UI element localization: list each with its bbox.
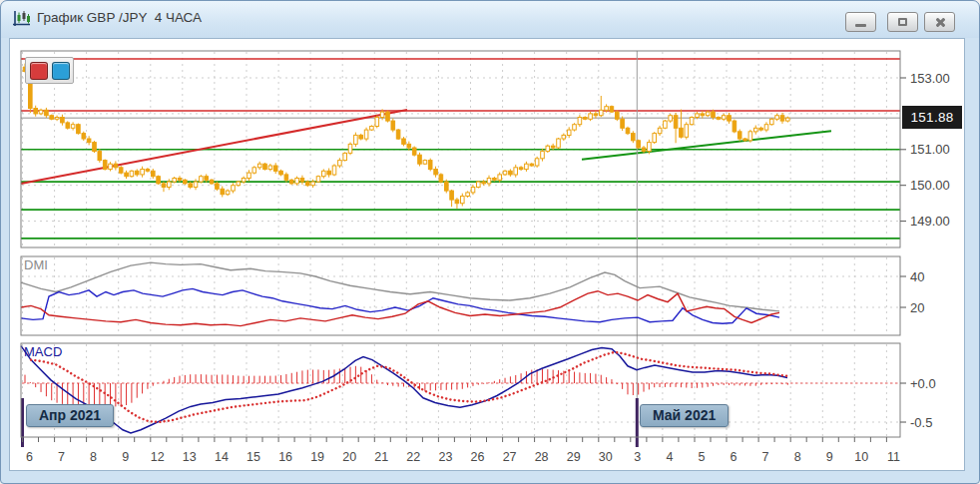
candle-body xyxy=(386,112,390,121)
x-axis-label: 19 xyxy=(310,450,324,464)
x-axis-label: 12 xyxy=(151,450,165,464)
candle-body xyxy=(706,112,710,116)
macd-axis-label: -0.5 xyxy=(910,415,932,430)
candle-body xyxy=(743,139,747,141)
candle-body xyxy=(589,114,593,119)
candle-body xyxy=(551,146,555,148)
x-axis-label: 15 xyxy=(246,450,260,464)
candle-body xyxy=(119,168,123,173)
candle-body xyxy=(141,170,145,175)
candle-body xyxy=(61,118,65,123)
candle-body xyxy=(786,118,790,121)
sell-marker-button[interactable] xyxy=(30,62,48,80)
candle-body xyxy=(380,112,384,117)
candle-body xyxy=(279,171,283,175)
candle-body xyxy=(402,139,406,144)
candle-body xyxy=(45,110,49,115)
candle-body xyxy=(573,125,577,130)
x-axis-label: 21 xyxy=(374,450,388,464)
candle-body xyxy=(648,143,652,152)
x-axis-label: 14 xyxy=(215,450,229,464)
x-axis-label: 7 xyxy=(762,450,769,464)
candle-body xyxy=(759,128,763,130)
x-axis-label: 8 xyxy=(794,450,801,464)
candle-body xyxy=(375,118,379,127)
candle-body xyxy=(157,177,161,184)
x-axis-label: 28 xyxy=(535,450,549,464)
candle-body xyxy=(530,164,534,166)
dmi-line xyxy=(21,288,779,323)
candle-body xyxy=(632,134,636,141)
candle-body xyxy=(300,179,304,183)
marker-toolbar xyxy=(25,57,74,84)
x-axis-label: 6 xyxy=(731,450,737,464)
candle-body xyxy=(343,153,347,160)
candle-body xyxy=(103,161,107,170)
candle-body xyxy=(562,135,566,139)
candle-body xyxy=(306,182,310,186)
candle-body xyxy=(428,161,432,170)
candle-body xyxy=(289,180,293,184)
candle-body xyxy=(210,180,214,184)
candle-body xyxy=(66,123,70,128)
candle-body xyxy=(268,166,272,170)
candle-body xyxy=(359,135,363,139)
candle-body xyxy=(55,118,59,120)
candle-body xyxy=(263,164,267,169)
candle-body xyxy=(114,164,118,168)
candle-body xyxy=(712,112,716,117)
candle-body xyxy=(605,107,609,111)
candle-body xyxy=(232,186,236,191)
dmi-panel-label: DMI xyxy=(24,257,48,272)
candle-body xyxy=(754,128,758,132)
candle-body xyxy=(637,141,641,148)
candle-body xyxy=(205,177,209,181)
candle-body xyxy=(252,168,256,173)
candle-body xyxy=(332,166,336,175)
candle-body xyxy=(316,177,320,182)
x-axis-label: 9 xyxy=(122,450,129,464)
candle-body xyxy=(87,139,91,143)
candle-body xyxy=(455,200,459,204)
trendline[interactable] xyxy=(582,131,831,160)
candle-body xyxy=(184,180,188,184)
candle-body xyxy=(514,168,518,175)
candle-body xyxy=(493,179,497,181)
candle-body xyxy=(247,173,251,178)
candle-body xyxy=(664,121,668,128)
candle-body xyxy=(733,121,736,132)
macd-panel-label: MACD xyxy=(24,344,62,359)
price-axis-label: 150.00 xyxy=(910,178,950,193)
candle-body xyxy=(257,164,261,168)
chart-canvas[interactable]: 153.00151.00150.00149.004020+0.0-0.56789… xyxy=(1,1,980,484)
candle-body xyxy=(146,170,150,172)
candle-body xyxy=(461,197,465,204)
candle-body xyxy=(658,128,662,133)
x-axis-label: 8 xyxy=(90,450,97,464)
x-axis-label: 3 xyxy=(634,450,641,464)
x-axis-label: 11 xyxy=(887,450,900,464)
candle-body xyxy=(669,116,673,121)
candle-body xyxy=(770,119,774,124)
candle-body xyxy=(509,171,513,175)
candle-body xyxy=(98,152,102,161)
x-axis-label: 7 xyxy=(58,450,65,464)
candle-body xyxy=(535,159,539,166)
candle-body xyxy=(557,139,561,148)
current-price-badge: 151.88 xyxy=(902,106,962,129)
candle-body xyxy=(737,132,741,139)
x-axis-label: 10 xyxy=(854,450,868,464)
candle-body xyxy=(701,114,705,116)
candle-body xyxy=(567,130,571,135)
candle-body xyxy=(168,182,172,187)
candle-body xyxy=(396,130,400,139)
candle-body xyxy=(162,184,166,188)
candle-body xyxy=(418,155,422,164)
candle-body xyxy=(189,184,193,188)
buy-marker-button[interactable] xyxy=(52,62,70,80)
candle-body xyxy=(626,128,630,133)
candle-body xyxy=(82,134,86,139)
candle-body xyxy=(242,179,245,183)
candle-body xyxy=(680,128,684,137)
candle-body xyxy=(610,107,614,112)
